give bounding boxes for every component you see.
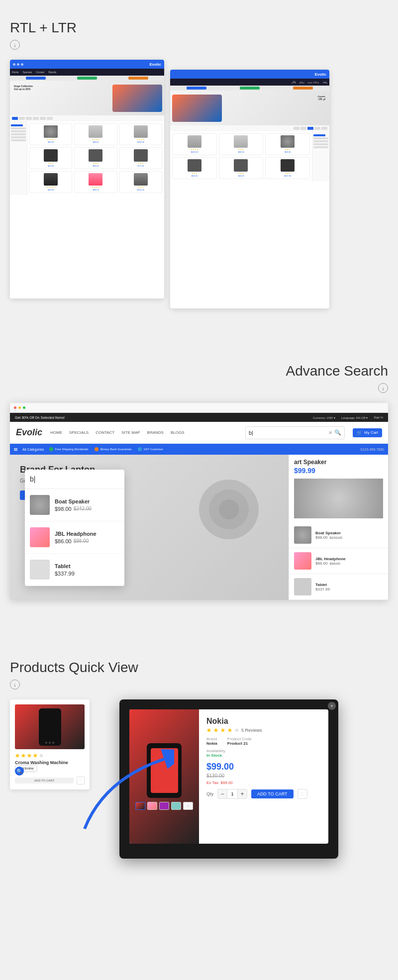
- nav-home[interactable]: HOME: [50, 430, 62, 435]
- star-icon: [21, 753, 26, 758]
- featured-product-img: [294, 479, 383, 518]
- nav-sitemap[interactable]: SITE MAP: [121, 430, 140, 435]
- modal-star: [213, 728, 218, 733]
- banner-tag: [240, 87, 260, 90]
- add-to-cart-btn[interactable]: ADD TO CART: [15, 778, 74, 784]
- product-img: [44, 173, 58, 186]
- sign-in-link[interactable]: Sign In: [374, 416, 383, 419]
- nav-contact[interactable]: CONTACT: [96, 430, 114, 435]
- quickview-search-btn[interactable]: 🔍: [15, 767, 24, 776]
- mini-product-card: $86.00: [219, 133, 264, 155]
- nav-specials[interactable]: SPECIALS: [69, 430, 89, 435]
- money-back-text: Money Back Guarantee: [100, 448, 132, 451]
- separator-2: [0, 615, 398, 640]
- mini-product-card: $86.00: [74, 123, 117, 145]
- search-bar-container[interactable]: b| × 🔍: [245, 426, 345, 439]
- nav-item: Home: [12, 71, 18, 74]
- result-price-row: $337.99: [55, 571, 75, 577]
- result-price-row: $86.00 $98.00: [55, 538, 97, 544]
- arrow-svg: [75, 749, 174, 839]
- modal-thumb-next[interactable]: ›: [183, 802, 193, 810]
- promo-dot-blue: [138, 447, 142, 451]
- categories-bar: All Categories Free Shipping Worldwide M…: [10, 444, 388, 455]
- mockup-browser-bar: [10, 403, 388, 413]
- promo-dot-green: [49, 447, 53, 451]
- phone-dots: [45, 742, 54, 744]
- control-btn: [26, 117, 32, 120]
- product-img: [134, 173, 148, 186]
- phone-dot: [52, 742, 54, 744]
- search-submit-icon[interactable]: 🔍: [334, 429, 341, 436]
- panel-product-name: Tablet: [315, 583, 383, 587]
- control-btn: [12, 117, 18, 120]
- hero-bg-speaker: [189, 470, 269, 549]
- banner-tag: [187, 87, 206, 90]
- advance-search-subtitle: ↓: [10, 383, 388, 393]
- sidebar-cat: [313, 146, 328, 148]
- panel-price-row: $337.99: [315, 587, 383, 591]
- currency-selector[interactable]: Currency: USD ▾: [313, 416, 335, 419]
- hero-text: Huge CollectionGet up to 20%: [14, 85, 33, 91]
- control-btn: [19, 117, 25, 120]
- panel-product-name: Boat Speaker: [315, 531, 383, 535]
- modal-old-price: $130.00: [206, 773, 224, 779]
- search-result-tablet[interactable]: Tablet $337.99: [25, 554, 124, 586]
- search-result-boat-speaker[interactable]: Boat Speaker $98.00 $242.00: [25, 489, 124, 521]
- qty-decrease-btn[interactable]: −: [218, 789, 227, 798]
- nav-blogs[interactable]: BLOGS: [171, 430, 185, 435]
- sidebar-cat: [11, 139, 26, 141]
- brand-label: Brand: [206, 737, 217, 741]
- banner-tag: [26, 77, 46, 80]
- svg-point-2: [219, 499, 239, 519]
- mini-price: $66.00: [238, 175, 244, 177]
- search-field-value[interactable]: b|: [30, 475, 35, 483]
- sidebar-cat: [313, 140, 328, 142]
- nav-item: Brands: [48, 71, 56, 74]
- nav-brands[interactable]: BRANDS: [147, 430, 164, 435]
- rtl-ltr-title: RTL + LTR: [10, 20, 388, 36]
- panel-product-info: JBL Headphone $86.00 $98.00: [315, 557, 383, 566]
- modal-wishlist-btn[interactable]: ♡: [298, 789, 307, 799]
- product-img: [188, 159, 201, 172]
- modal-stars-row: 5 Reviews: [206, 728, 321, 733]
- product-img: [89, 149, 102, 162]
- language-selector[interactable]: Language: EN GB ▾: [341, 416, 368, 419]
- panel-price-row: $86.00 $98.00: [315, 561, 383, 566]
- brand-logo-left: Evolic: [149, 62, 161, 67]
- control-btn: [294, 127, 299, 130]
- promo-dot-orange: [95, 447, 99, 451]
- browser-dot-green: [23, 406, 25, 409]
- modal-star: [206, 728, 211, 733]
- section-advance-search: Advance Search ↓ Get 30% Off On Selected…: [0, 348, 398, 615]
- hero-text-rtl: مجموعہ٪20 کم: [316, 95, 325, 100]
- panel-product-img: [294, 578, 311, 595]
- cart-icon: 🛒: [357, 430, 362, 435]
- panel-product-name: JBL Headphone: [315, 557, 383, 561]
- product-img: [234, 135, 248, 148]
- my-cart-btn[interactable]: 🛒 My Cart: [353, 428, 382, 437]
- search-result-jbl[interactable]: JBL Headphone $86.00 $98.00: [25, 521, 124, 554]
- mini-product-card: $98.00: [265, 133, 310, 155]
- screenshot-rtl: Evolic بلاگز برانڈز سائٹ میپ رابطہ مجموع…: [170, 70, 329, 308]
- store-main-nav: Evolic HOME SPECIALS CONTACT SITE MAP BR…: [10, 422, 388, 444]
- 247-text: 24/7 Customer: [144, 448, 163, 451]
- mini-product-card: $98.00: [29, 171, 72, 193]
- product-img: [89, 173, 102, 186]
- product-img: [281, 159, 295, 172]
- result-name: Tablet: [55, 563, 75, 569]
- search-result-info: JBL Headphone $86.00 $98.00: [55, 531, 97, 544]
- all-categories-label[interactable]: All Categories: [22, 448, 44, 451]
- product-img: [281, 135, 295, 148]
- product-img: [188, 135, 201, 148]
- mini-price: $86.00: [93, 141, 99, 143]
- free-shipping-text: Free Shipping Worldwide: [55, 448, 89, 451]
- qty-label: Qty: [206, 791, 213, 796]
- product-img: [89, 125, 102, 138]
- product-card-image: [15, 704, 85, 749]
- modal-add-to-cart-btn[interactable]: ADD TO CART: [251, 789, 294, 798]
- clear-search-icon[interactable]: ×: [328, 429, 332, 436]
- qty-increase-btn[interactable]: +: [238, 789, 247, 798]
- mini-price: $56.00: [192, 175, 198, 177]
- nav-item-rtl: بلاگز: [292, 81, 296, 84]
- sidebar-cat: [313, 134, 325, 136]
